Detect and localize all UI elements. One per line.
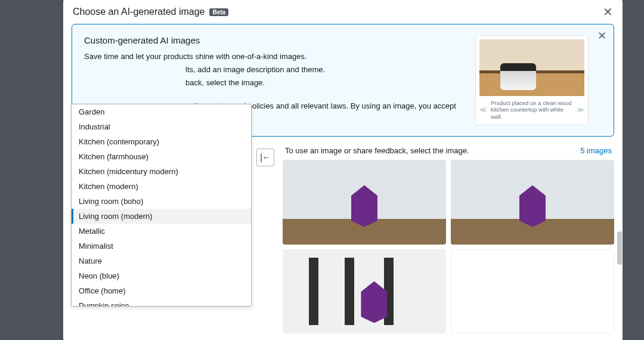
theme-option[interactable]: Kitchen (contemporary) (72, 134, 251, 149)
next-example-icon[interactable]: ≫ (577, 106, 584, 114)
theme-option[interactable]: Kitchen (modern) (72, 179, 251, 194)
theme-option[interactable]: Kitchen (farmhouse) (72, 149, 251, 164)
collapse-icon: |← (260, 153, 271, 162)
theme-option[interactable]: Metallic (72, 224, 251, 239)
modal-title: Choose an AI-generated image (73, 7, 205, 17)
example-preview-image (479, 39, 584, 96)
theme-option[interactable]: Nature (72, 254, 251, 268)
theme-option[interactable]: Garden (72, 104, 251, 119)
image-grid (283, 160, 614, 333)
info-close-icon[interactable]: ✕ (597, 30, 606, 41)
example-preview-card: ≪ Product placed on a clean wood kitchen… (475, 35, 589, 125)
theme-option[interactable]: Minimalist (72, 239, 251, 254)
beta-badge: Beta (209, 8, 228, 16)
results-count: 5 images (580, 146, 612, 155)
ai-image-modal: Choose an AI-generated image Beta ✕ Cust… (63, 0, 623, 340)
theme-option[interactable]: Pumpkin spice (72, 298, 251, 307)
theme-option[interactable]: Industrial (72, 119, 251, 134)
info-line-2: lts, add an image description and theme. (84, 64, 466, 75)
close-icon[interactable]: ✕ (603, 6, 613, 18)
result-tile-4[interactable] (451, 249, 614, 334)
example-preview-caption: ≪ Product placed on a clean wood kitchen… (479, 100, 584, 120)
result-tile-2[interactable] (451, 160, 614, 245)
collapse-panel-button[interactable]: |← (256, 149, 274, 166)
theme-option[interactable]: Neon (blue) (72, 268, 251, 283)
theme-dropdown[interactable]: GardenIndustrialKitchen (contemporary)Ki… (71, 104, 252, 307)
example-caption-text: Product placed on a clean wood kitchen c… (491, 100, 573, 120)
toaster-illustration (500, 63, 536, 90)
info-heading: Custom-generated AI images (84, 35, 466, 45)
scrollbar-thumb[interactable] (617, 231, 622, 265)
result-tile-3[interactable] (283, 249, 446, 334)
theme-option[interactable]: Office (home) (72, 283, 251, 298)
results-header: To use an image or share feedback, selec… (283, 143, 614, 160)
theme-option[interactable]: Kitchen (midcentury modern) (72, 164, 251, 179)
results-instruction: To use an image or share feedback, selec… (285, 146, 469, 155)
modal-header: Choose an AI-generated image Beta ✕ (63, 0, 623, 24)
theme-option[interactable]: Living room (boho) (72, 194, 251, 209)
info-line-3: back, select the image. (84, 78, 466, 88)
result-tile-1[interactable] (283, 160, 446, 245)
prev-example-icon[interactable]: ≪ (479, 106, 487, 114)
theme-option[interactable]: Living room (modern) (72, 209, 251, 224)
modal-body: Custom-generated AI images Save time and… (63, 24, 623, 340)
results-panel: To use an image or share feedback, selec… (283, 143, 614, 333)
info-line-1: Save time and let your products shine wi… (84, 51, 466, 62)
scrollbar[interactable] (617, 177, 623, 340)
